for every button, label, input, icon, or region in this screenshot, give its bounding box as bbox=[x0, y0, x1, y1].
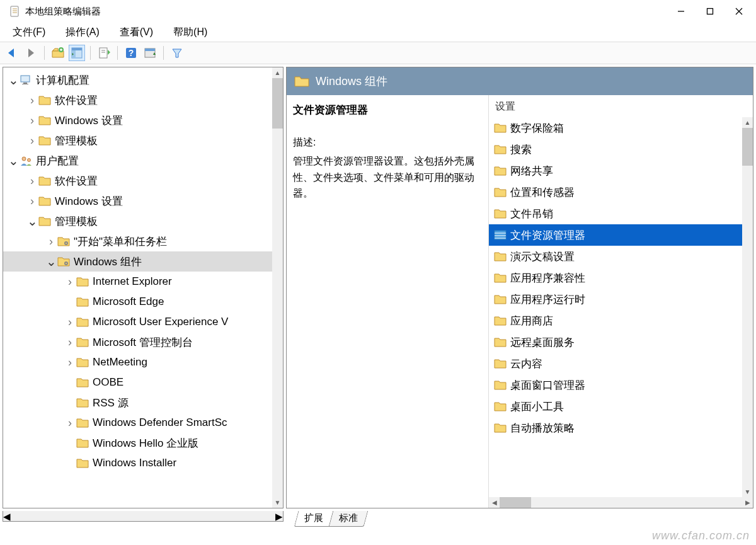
details-header: Windows 组件 bbox=[287, 67, 753, 95]
chevron-right-icon[interactable]: › bbox=[45, 235, 57, 248]
scroll-left-icon[interactable]: ◀ bbox=[489, 497, 500, 508]
scrollbar-thumb[interactable] bbox=[14, 511, 253, 521]
list-item[interactable]: 桌面窗口管理器 bbox=[489, 374, 753, 396]
tree-vertical-scrollbar[interactable]: ▲ ▼ bbox=[272, 67, 283, 508]
description-column: 文件资源管理器 描述: 管理文件资源管理器设置。这包括外壳属性、文件夹选项、文件… bbox=[287, 95, 488, 508]
tree-item[interactable]: ›软件设置 bbox=[3, 90, 283, 110]
svg-rect-18 bbox=[145, 49, 155, 51]
chevron-right-icon[interactable]: › bbox=[26, 175, 38, 188]
up-button[interactable] bbox=[50, 45, 66, 61]
chevron-right-icon[interactable]: › bbox=[26, 195, 38, 208]
tree-item-label: Windows Installer bbox=[93, 457, 176, 469]
export-button[interactable] bbox=[96, 45, 112, 61]
tree-item[interactable]: ⌄管理模板 bbox=[3, 211, 283, 231]
tree-item[interactable]: ›Microsoft 管理控制台 bbox=[3, 332, 283, 352]
folder-icon bbox=[494, 294, 507, 305]
list-item[interactable]: 应用商店 bbox=[489, 310, 753, 331]
chevron-down-icon[interactable]: ⌄ bbox=[45, 254, 57, 269]
scroll-right-icon[interactable]: ▶ bbox=[742, 497, 753, 508]
scroll-up-icon[interactable]: ▲ bbox=[272, 67, 283, 78]
chevron-right-icon[interactable]: › bbox=[64, 316, 76, 329]
tree-item[interactable]: ›Windows 设置 bbox=[3, 191, 283, 211]
tab-extended[interactable]: 扩展 bbox=[304, 512, 323, 524]
list-item[interactable]: 演示文稿设置 bbox=[489, 246, 753, 267]
list-item-label: 文件吊销 bbox=[510, 207, 553, 221]
menu-help[interactable]: 帮助(H) bbox=[164, 25, 216, 40]
settings-list-header[interactable]: 设置 bbox=[489, 95, 753, 117]
chevron-right-icon[interactable]: › bbox=[64, 416, 76, 430]
filter-button[interactable] bbox=[169, 45, 185, 61]
tree-item[interactable]: Microsoft Edge bbox=[3, 292, 283, 312]
tree-item-label: Windows 组件 bbox=[74, 255, 142, 269]
list-item[interactable]: 自动播放策略 bbox=[489, 417, 753, 439]
svg-point-25 bbox=[66, 243, 67, 244]
tree-item[interactable]: OOBE bbox=[3, 372, 283, 393]
maximize-button[interactable] bbox=[696, 0, 724, 23]
chevron-right-icon[interactable]: › bbox=[64, 336, 76, 349]
chevron-right-icon[interactable]: › bbox=[64, 275, 76, 289]
list-item[interactable]: 应用程序运行时 bbox=[489, 289, 753, 310]
folder-icon bbox=[38, 215, 51, 227]
help-button[interactable]: ? bbox=[123, 45, 139, 61]
list-horizontal-scrollbar[interactable]: ◀ ▶ bbox=[489, 497, 753, 508]
list-item[interactable]: 网络共享 bbox=[489, 160, 753, 181]
tree-item[interactable]: ›Windows Defender SmartSc bbox=[3, 413, 283, 433]
folder-icon bbox=[494, 186, 507, 198]
folder-icon bbox=[494, 358, 507, 369]
tree-item[interactable]: ›软件设置 bbox=[3, 171, 283, 191]
chevron-right-icon[interactable]: › bbox=[64, 356, 76, 369]
tree-item[interactable]: ›Microsoft User Experience V bbox=[3, 312, 283, 332]
list-vertical-scrollbar[interactable]: ▲ ▼ bbox=[742, 117, 753, 497]
list-item[interactable]: 应用程序兼容性 bbox=[489, 267, 753, 289]
list-item[interactable]: 桌面小工具 bbox=[489, 396, 753, 417]
policy-tree[interactable]: ⌄计算机配置›软件设置›Windows 设置›管理模板⌄用户配置›软件设置›Wi… bbox=[3, 67, 283, 508]
chevron-down-icon[interactable]: ⌄ bbox=[7, 153, 20, 168]
tree-item[interactable]: ›Internet Explorer bbox=[3, 272, 283, 292]
tree-item[interactable]: Windows Hello 企业版 bbox=[3, 433, 283, 453]
chevron-right-icon[interactable]: › bbox=[26, 94, 38, 107]
scrollbar-thumb[interactable] bbox=[272, 78, 283, 129]
chevron-right-icon[interactable]: › bbox=[26, 134, 38, 147]
tree-horizontal-scrollbar[interactable]: ◀ ▶ bbox=[3, 511, 284, 522]
list-item[interactable]: 搜索 bbox=[489, 139, 753, 160]
tree-item[interactable]: ⌄用户配置 bbox=[3, 151, 283, 171]
chevron-right-icon[interactable]: › bbox=[26, 114, 38, 127]
list-item[interactable]: 云内容 bbox=[489, 353, 753, 374]
tree-item[interactable]: ›"开始"菜单和任务栏 bbox=[3, 231, 283, 251]
tree-item[interactable]: ⌄计算机配置 bbox=[3, 70, 283, 90]
scroll-right-icon[interactable]: ▶ bbox=[275, 511, 283, 522]
chevron-down-icon[interactable]: ⌄ bbox=[7, 72, 20, 88]
settings-list[interactable]: 数字保险箱搜索网络共享位置和传感器文件吊销文件资源管理器演示文稿设置应用程序兼容… bbox=[489, 117, 753, 497]
close-button[interactable] bbox=[724, 0, 753, 23]
menu-action[interactable]: 操作(A) bbox=[57, 25, 108, 40]
list-item[interactable]: 文件资源管理器 bbox=[489, 224, 753, 246]
properties-button[interactable] bbox=[142, 45, 158, 61]
list-item[interactable]: 数字保险箱 bbox=[489, 117, 753, 139]
scrollbar-thumb[interactable] bbox=[742, 128, 753, 166]
tab-standard[interactable]: 标准 bbox=[339, 512, 358, 524]
folder-icon bbox=[76, 377, 89, 388]
scroll-up-icon[interactable]: ▲ bbox=[742, 117, 753, 128]
list-item[interactable]: 位置和传感器 bbox=[489, 181, 753, 203]
forward-button[interactable] bbox=[23, 45, 39, 61]
tree-item[interactable]: ›管理模板 bbox=[3, 130, 283, 151]
tree-item[interactable]: Windows Installer bbox=[3, 453, 283, 473]
list-item[interactable]: 文件吊销 bbox=[489, 203, 753, 224]
list-item[interactable]: 远程桌面服务 bbox=[489, 331, 753, 353]
scroll-down-icon[interactable]: ▼ bbox=[272, 497, 283, 508]
folder-icon bbox=[494, 229, 507, 241]
tree-item[interactable]: ⌄Windows 组件 bbox=[3, 251, 283, 272]
menu-view[interactable]: 查看(V) bbox=[111, 25, 162, 40]
scroll-down-icon[interactable]: ▼ bbox=[742, 486, 753, 497]
tree-item[interactable]: ›NetMeeting bbox=[3, 352, 283, 372]
minimize-button[interactable] bbox=[667, 0, 696, 23]
menu-file[interactable]: 文件(F) bbox=[4, 25, 54, 40]
tree-item[interactable]: ›Windows 设置 bbox=[3, 110, 283, 130]
titlebar: 本地组策略编辑器 bbox=[0, 0, 756, 23]
scrollbar-thumb[interactable] bbox=[500, 497, 531, 508]
tree-item[interactable]: RSS 源 bbox=[3, 393, 283, 413]
show-hide-tree-button[interactable] bbox=[69, 45, 85, 61]
chevron-down-icon[interactable]: ⌄ bbox=[26, 214, 38, 229]
scroll-left-icon[interactable]: ◀ bbox=[3, 511, 11, 522]
back-button[interactable] bbox=[4, 45, 20, 61]
